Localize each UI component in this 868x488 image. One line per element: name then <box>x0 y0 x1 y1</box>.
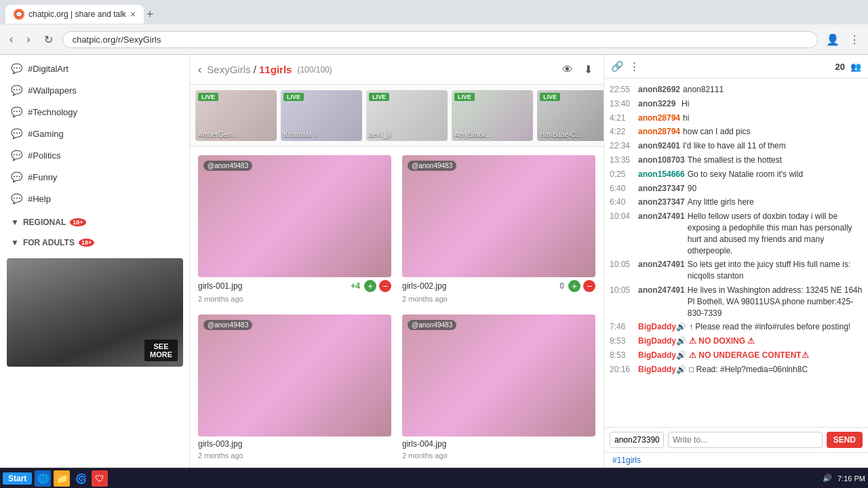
gallery-count-0: +4 <box>351 281 360 291</box>
gallery-filename-3: girls-004.jpg <box>402 439 595 449</box>
chat-msg-username: anon92401 <box>638 140 680 152</box>
chat-msg-text: □ Read: #Help?media=06nlnh8C <box>689 364 863 375</box>
live-card-2[interactable]: LIVE devil_jil <box>366 90 448 141</box>
chat-msg-text: Go to sexy Natalie room it's wild <box>688 169 863 180</box>
chat-msg-text: hi <box>683 113 863 124</box>
chat-header: 🔗 ⋮ 20 👥 <box>604 55 868 79</box>
tab-close-btn[interactable]: × <box>130 9 136 20</box>
browser-menu-btn[interactable]: ⋮ <box>846 30 863 49</box>
chat-message-row: 13:40anon3229Hi <box>610 97 863 111</box>
new-tab-btn[interactable]: + <box>146 7 154 22</box>
gallery-actions-1: + − <box>568 280 595 292</box>
live-card-0[interactable]: LIVE AmberGem... <box>195 90 277 141</box>
start-btn[interactable]: Start <box>3 472 32 485</box>
live-name-1: KristinaM ♀ <box>283 131 319 138</box>
browser-tab[interactable]: 💬 chatpic.org | share and talk × <box>5 5 144 24</box>
gallery-minus-btn-0[interactable]: − <box>379 280 391 292</box>
sidebar-item-technology[interactable]: 💬 #Technology <box>0 101 189 123</box>
chat-msg-username: anon28794 <box>638 126 680 138</box>
gallery-image-1[interactable]: @anon49483 <box>402 155 595 277</box>
regional-badge: 18+ <box>70 218 85 226</box>
chat-msg-username: anon247491 <box>638 285 685 319</box>
sidebar-item-label: #Help <box>28 194 51 204</box>
gallery-user-0: @anon49483 <box>203 161 252 171</box>
chat-msg-time: 4:22 <box>610 126 635 138</box>
chat-menu-btn[interactable]: ⋮ <box>629 60 639 73</box>
chat-message-row: 4:22anon28794how can I add pics <box>610 125 863 139</box>
chat-msg-text: I'd like to have all 11 of them <box>683 140 863 152</box>
taskbar-shield-icon[interactable]: 🛡 <box>92 470 108 487</box>
chat-link-btn[interactable]: 🔗 <box>611 60 624 73</box>
gallery-image-3[interactable]: @anon49483 <box>402 314 595 436</box>
sidebar-adults-header[interactable]: ▼ FOR ADULTS 18+ <box>0 232 189 253</box>
sidebar-item-gaming[interactable]: 💬 #Gaming <box>0 123 189 144</box>
live-card-1[interactable]: LIVE KristinaM ♀ <box>281 90 362 141</box>
gallery-date-3: 2 months ago <box>402 451 595 460</box>
chat-message-row: 10:05anon247491He lives in Washington ad… <box>610 283 863 320</box>
chat-msg-time: 22:55 <box>610 84 635 96</box>
sidebar-item-help[interactable]: 💬 #Help <box>0 188 189 209</box>
back-btn[interactable]: ‹ <box>5 30 17 48</box>
taskbar-chrome-icon[interactable]: 🌀 <box>73 470 89 487</box>
gallery-image-0[interactable]: @anon49483 <box>198 155 391 277</box>
sidebar-regional-header[interactable]: ▼ REGIONAL 18+ <box>0 212 189 232</box>
sidebar-item-label: #Gaming <box>28 129 64 139</box>
chat-msg-username: anon154666 <box>638 169 685 180</box>
main-content: ‹ SexyGirls / 11girls (100/100) 👁 ⬇ LIVE… <box>190 55 604 468</box>
sidebar: 💬 #DigitalArt 💬 #Wallpapers 💬 #Technolog… <box>0 55 190 468</box>
chat-msg-username: anon28794 <box>638 113 680 124</box>
see-more-label[interactable]: SEE MORE <box>144 340 178 361</box>
gallery-plus-btn-1[interactable]: + <box>568 280 580 292</box>
chat-send-btn[interactable]: SEND <box>827 432 863 448</box>
adults-badge: 18+ <box>79 239 94 247</box>
gallery-user-1: @anon49483 <box>408 161 456 171</box>
chat-message-row: 8:53BigDaddy🔊⚠ NO DOXING ⚠ <box>610 334 863 348</box>
live-previews: LIVE AmberGem... LIVE KristinaM ♀ LIVE d… <box>190 85 604 147</box>
chat-username-input[interactable] <box>610 432 664 448</box>
gallery-info-1: girls-002.jpg 0 + − <box>402 277 595 295</box>
gallery-filename-2: girls-003.jpg <box>198 439 391 449</box>
gallery-plus-btn-0[interactable]: + <box>364 280 376 292</box>
live-card-4[interactable]: LIVE Hot-Babe-C... <box>537 90 604 141</box>
chat-message-row: 7:46BigDaddy🔊↑ Please read the #info#rul… <box>610 320 863 334</box>
chat-icon: 💬 <box>11 85 22 96</box>
sidebar-adults-label: FOR ADULTS <box>23 238 75 247</box>
tab-favicon: 💬 <box>14 9 24 20</box>
sidebar-item-digital-art[interactable]: 💬 #DigitalArt <box>0 58 189 79</box>
taskbar-folder-icon[interactable]: 📁 <box>54 470 70 487</box>
gallery-minus-btn-1[interactable]: − <box>583 280 595 292</box>
sidebar-item-wallpapers[interactable]: 💬 #Wallpapers <box>0 79 189 101</box>
download-btn[interactable]: ⬇ <box>581 60 595 79</box>
gallery-item-2: @anon49483 girls-003.jpg 2 months ago <box>198 314 391 460</box>
sidebar-regional-label: REGIONAL <box>23 218 66 227</box>
account-btn[interactable]: 👤 <box>823 30 842 49</box>
taskbar-ie-icon[interactable]: 🌐 <box>35 470 51 487</box>
sidebar-item-politics[interactable]: 💬 #Politics <box>0 144 189 166</box>
chat-msg-time: 6:40 <box>610 197 635 208</box>
back-room-btn[interactable]: ‹ <box>198 64 201 76</box>
forward-btn[interactable]: › <box>22 30 34 48</box>
eye-btn[interactable]: 👁 <box>559 60 576 79</box>
chat-hashtag[interactable]: #11girls <box>604 452 868 468</box>
chat-messages: 22:55anon82692anon8211113:40anon3229Hi4:… <box>604 79 868 427</box>
chat-message-row: 20:16BigDaddy🔊□ Read: #Help?media=06nlnh… <box>610 363 863 377</box>
live-card-3[interactable]: LIVE AmyBrook... <box>452 90 533 141</box>
live-name-4: Hot-Babe-C... <box>540 131 581 138</box>
chat-message-row: 4:21anon28794hi <box>610 111 863 125</box>
gallery-image-2[interactable]: @anon49483 <box>198 314 391 436</box>
refresh-btn[interactable]: ↻ <box>40 30 57 49</box>
gallery-info-3: girls-004.jpg <box>402 436 595 451</box>
live-badge-4: LIVE <box>540 93 560 101</box>
chat-msg-time: 7:46 <box>610 321 635 333</box>
chat-msg-time: 4:21 <box>610 113 635 124</box>
chat-msg-text: ↑ Please read the #info#rules before pos… <box>689 321 863 333</box>
gallery-actions-0: + − <box>364 280 391 292</box>
chat-message-row: 22:55anon82692anon82111 <box>610 83 863 97</box>
chat-message-row: 8:53BigDaddy🔊⚠ NO UNDERAGE CONTENT⚠ <box>610 348 863 363</box>
sidebar-item-funny[interactable]: 💬 #Funny <box>0 166 189 188</box>
room-header: ‹ SexyGirls / 11girls (100/100) 👁 ⬇ <box>190 55 604 85</box>
chat-message-input[interactable] <box>668 432 823 448</box>
address-bar[interactable] <box>62 31 818 48</box>
tab-title: chatpic.org | share and talk <box>28 9 126 19</box>
chat-message-row: 6:40anon23734790 <box>610 182 863 196</box>
